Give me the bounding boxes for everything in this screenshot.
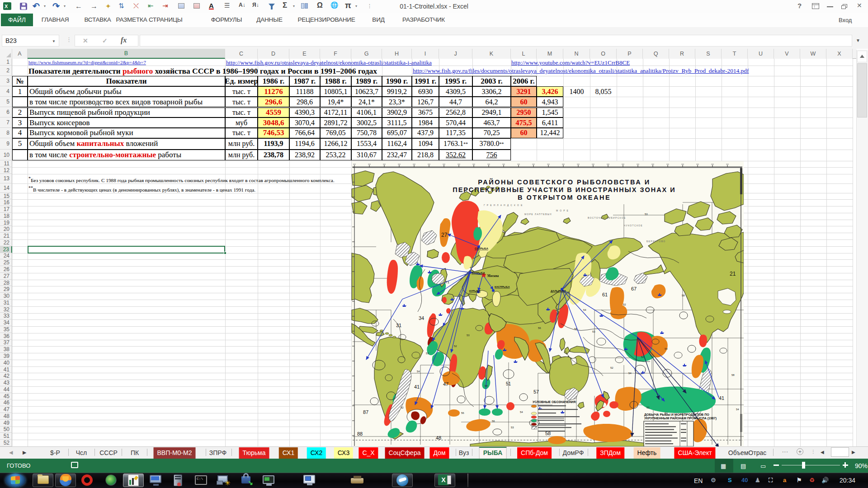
svg-text:58: 58	[682, 294, 685, 297]
svg-text:ДОБЫЧА РЫБЫ И МОРЕПРОДУКТОВ ПО: ДОБЫЧА РЫБЫ И МОРЕПРОДУКТОВ ПО	[644, 413, 709, 417]
svg-text:61: 61	[602, 292, 608, 297]
svg-text:УКРУПНЕННЫМ РАЙОНАМ ПРОМЫСЛА (: УКРУПНЕННЫМ РАЙОНАМ ПРОМЫСЛА (1987)	[644, 416, 717, 420]
svg-text:УСЛОВНЫЕ ОБОЗНАЧЕНИЯ:: УСЛОВНЫЕ ОБОЗНАЧЕНИЯ:	[533, 400, 576, 404]
svg-text:М О Р Е: М О Р Е	[556, 210, 569, 212]
svg-text:47: 47	[443, 381, 448, 387]
svg-text:56: 56	[538, 327, 541, 329]
svg-text:54: 54	[417, 370, 420, 373]
svg-text:41: 41	[414, 384, 420, 389]
svg-text:54: 54	[485, 385, 488, 387]
svg-text:53: 53	[645, 213, 648, 216]
svg-text:71: 71	[445, 280, 449, 284]
svg-text:52: 52	[454, 345, 457, 347]
svg-text:57: 57	[533, 389, 539, 394]
svg-text:ЧУКОТСКОЕ: ЧУКОТСКОЕ	[624, 225, 643, 227]
svg-text:88: 88	[357, 431, 363, 436]
svg-text:54: 54	[665, 347, 668, 350]
svg-text:53: 53	[426, 352, 429, 355]
svg-text:МОРЕ ЛАПТЕВЫХ: МОРЕ ЛАПТЕВЫХ	[524, 213, 552, 216]
svg-text:34: 34	[419, 315, 424, 321]
svg-text:51: 51	[506, 381, 511, 386]
svg-text:52: 52	[646, 406, 650, 409]
svg-text:67: 67	[631, 286, 637, 291]
svg-text:54: 54	[520, 411, 523, 413]
svg-text:Г Р Е Н Л А Н Д С К О Е: Г Р Е Н Л А Н Д С К О Е	[484, 204, 523, 206]
svg-text:58: 58	[574, 328, 577, 330]
svg-text:52: 52	[623, 303, 626, 306]
svg-text:87: 87	[363, 409, 368, 415]
svg-text:54: 54	[628, 372, 632, 375]
svg-text:СЕВРЫБА: СЕВРЫБА	[475, 247, 489, 250]
svg-text:КАСПРЫБА: КАСПРЫБА	[495, 286, 510, 288]
svg-text:48: 48	[436, 435, 441, 441]
svg-text:КУРЫБА: КУРЫБА	[469, 290, 481, 292]
svg-text:ВОСТОЧНО-СИБИРСКОЕ: ВОСТОЧНО-СИБИРСКОЕ	[588, 217, 626, 219]
svg-text:41: 41	[719, 395, 724, 401]
svg-text:52: 52	[641, 356, 644, 358]
svg-text:27: 27	[441, 232, 448, 238]
svg-text:56: 56	[461, 412, 464, 414]
svg-text:53: 53	[511, 426, 514, 429]
svg-text:21: 21	[730, 271, 736, 277]
svg-text:53: 53	[467, 334, 470, 337]
svg-text:54: 54	[583, 309, 586, 311]
svg-text:В ОТКРЫТОМ ОКЕАНЕ: В ОТКРЫТОМ ОКЕАНЕ	[518, 194, 611, 201]
svg-text:31: 31	[396, 323, 401, 328]
svg-text:РАЙОНЫ СОВЕТСКОГО РЫБОЛОВСТВА: РАЙОНЫ СОВЕТСКОГО РЫБОЛОВСТВА И	[478, 178, 650, 186]
svg-text:Москва: Москва	[487, 274, 499, 278]
svg-text:ДАЛЬРЫБА: ДАЛЬРЫБА	[551, 290, 566, 292]
svg-text:52: 52	[401, 406, 404, 409]
svg-text:56: 56	[492, 420, 495, 422]
svg-text:ПЕРСПЕКТИВНЫЕ УЧАСТКИ В ИНОСТР: ПЕРСПЕКТИВНЫЕ УЧАСТКИ В ИНОСТРАННЫХ ЗОНА…	[453, 186, 675, 193]
svg-text:54: 54	[736, 408, 739, 411]
svg-text:52: 52	[610, 366, 613, 369]
svg-text:58: 58	[731, 374, 735, 376]
svg-text:БЕРИНГОВО: БЕРИНГОВО	[646, 240, 666, 243]
svg-text:ЗАПРЫБА: ЗАПРЫБА	[472, 272, 485, 274]
svg-text:53: 53	[592, 330, 595, 333]
